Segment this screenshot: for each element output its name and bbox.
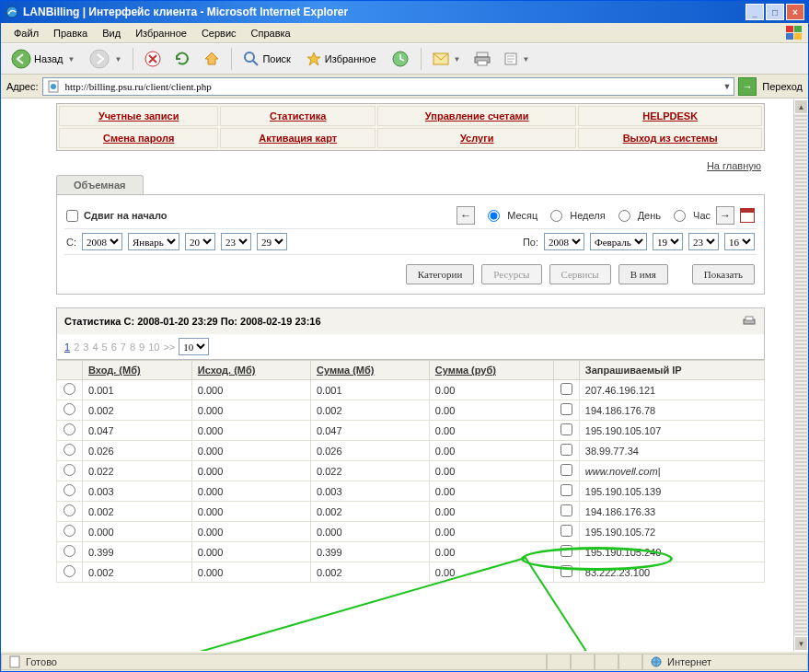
prev-period-button[interactable]: ←: [457, 206, 475, 225]
forward-button[interactable]: ▼: [85, 47, 126, 71]
page-1[interactable]: 1: [64, 342, 70, 353]
to-month-select[interactable]: Февраль: [590, 233, 647, 250]
vertical-scrollbar[interactable]: ▲ ▼: [793, 99, 808, 651]
nav-accounts[interactable]: Учетные записи: [98, 110, 179, 122]
address-dropdown[interactable]: ▼: [722, 82, 731, 91]
col-in[interactable]: Вход. (Мб): [83, 361, 192, 380]
go-label[interactable]: Переход: [762, 81, 803, 92]
page-3[interactable]: 3: [83, 342, 88, 353]
minimize-button[interactable]: _: [745, 4, 764, 20]
row-checkbox[interactable]: [561, 565, 572, 577]
nav-logout[interactable]: Выход из системы: [623, 133, 718, 144]
favorites-button[interactable]: Избранное: [301, 47, 383, 71]
page-7[interactable]: 7: [121, 342, 126, 353]
row-radio[interactable]: [64, 484, 75, 496]
nav-password[interactable]: Смена пароля: [103, 133, 174, 144]
tab-volume[interactable]: Объемная: [56, 175, 144, 194]
page-size-select[interactable]: 10: [179, 338, 209, 355]
mail-button[interactable]: ▼: [428, 47, 466, 71]
nav-activate[interactable]: Активация карт: [259, 133, 337, 144]
from-year-select[interactable]: 2008: [82, 233, 122, 250]
breadcrumb-home[interactable]: На главную: [707, 160, 761, 171]
row-checkbox[interactable]: [561, 423, 572, 435]
nav-services[interactable]: Услуги: [460, 133, 494, 144]
row-radio[interactable]: [64, 423, 75, 435]
period-day-radio[interactable]: [618, 210, 630, 222]
page-10[interactable]: 10: [148, 342, 159, 353]
from-month-select[interactable]: Январь: [128, 233, 179, 250]
row-radio[interactable]: [64, 545, 75, 557]
back-button[interactable]: Назад ▼: [6, 47, 81, 71]
row-radio[interactable]: [64, 504, 75, 516]
from-min-select[interactable]: 29: [257, 233, 287, 250]
to-min-select[interactable]: 16: [724, 233, 755, 250]
show-button[interactable]: Показать: [692, 264, 755, 284]
page-9[interactable]: 9: [139, 342, 144, 353]
menu-file[interactable]: Файл: [6, 26, 46, 41]
to-hour-select[interactable]: 23: [688, 233, 719, 250]
edit-button[interactable]: ▼: [499, 47, 535, 71]
page-next[interactable]: >>: [163, 342, 175, 353]
to-day-select[interactable]: 19: [653, 233, 683, 250]
period-hour-radio[interactable]: [674, 210, 686, 222]
to-year-select[interactable]: 2008: [544, 233, 584, 250]
period-month-radio[interactable]: [488, 210, 500, 222]
go-button[interactable]: →: [738, 77, 757, 96]
row-radio[interactable]: [64, 525, 75, 537]
col-ip[interactable]: Запрашиваемый IP: [579, 361, 764, 380]
col-out[interactable]: Исход. (Мб): [191, 361, 310, 380]
row-checkbox[interactable]: [561, 504, 572, 516]
close-button[interactable]: ×: [786, 4, 804, 20]
by-name-button[interactable]: В имя: [618, 264, 668, 284]
resources-button[interactable]: Ресурсы: [481, 264, 541, 284]
nav-billing[interactable]: Управление счетами: [425, 110, 529, 122]
row-checkbox[interactable]: [561, 525, 572, 537]
refresh-button[interactable]: [169, 47, 195, 71]
from-hour-select[interactable]: 23: [221, 233, 251, 250]
print-button[interactable]: [469, 47, 495, 71]
stop-button[interactable]: [140, 47, 166, 71]
menu-help[interactable]: Справка: [244, 26, 298, 41]
page-5[interactable]: 5: [102, 342, 108, 353]
menu-view[interactable]: Вид: [95, 26, 128, 41]
row-checkbox[interactable]: [561, 484, 572, 496]
page-8[interactable]: 8: [130, 342, 135, 353]
services-button[interactable]: Сервисы: [549, 264, 611, 284]
row-radio[interactable]: [64, 383, 75, 395]
address-input-wrap[interactable]: ▼: [42, 77, 735, 96]
row-checkbox[interactable]: [561, 464, 572, 476]
categories-button[interactable]: Категории: [406, 264, 475, 284]
menu-favorites[interactable]: Избранное: [128, 26, 194, 41]
row-checkbox[interactable]: [561, 403, 572, 415]
scroll-up-button[interactable]: ▲: [794, 99, 808, 114]
from-day-select[interactable]: 20: [185, 233, 215, 250]
next-period-button[interactable]: →: [716, 206, 734, 225]
row-radio[interactable]: [64, 444, 75, 456]
row-checkbox[interactable]: [561, 545, 572, 557]
search-button[interactable]: Поиск: [238, 47, 296, 71]
col-sum-rub[interactable]: Сумма (руб): [429, 361, 553, 380]
nav-helpdesk[interactable]: HELPDESK: [642, 110, 698, 122]
scroll-down-button[interactable]: ▼: [794, 636, 808, 651]
scroll-thumb[interactable]: [795, 115, 807, 635]
menu-edit[interactable]: Правка: [46, 26, 95, 41]
address-input[interactable]: [64, 80, 721, 93]
menu-tools[interactable]: Сервис: [194, 26, 244, 41]
row-checkbox[interactable]: [561, 383, 572, 395]
page-2[interactable]: 2: [74, 342, 79, 353]
history-button[interactable]: [387, 47, 414, 71]
period-week-radio[interactable]: [550, 210, 562, 222]
row-radio[interactable]: [64, 464, 75, 476]
col-sum-mb[interactable]: Сумма (Мб): [310, 361, 429, 380]
row-checkbox[interactable]: [561, 444, 572, 456]
page-6[interactable]: 6: [111, 342, 117, 353]
row-radio[interactable]: [64, 403, 75, 415]
print-icon[interactable]: [742, 314, 757, 329]
restore-button[interactable]: □: [766, 4, 784, 20]
shift-start-checkbox[interactable]: [66, 210, 78, 222]
page-4[interactable]: 4: [92, 342, 98, 353]
calendar-icon[interactable]: [740, 208, 755, 223]
nav-statistics[interactable]: Статистика: [270, 110, 327, 122]
row-radio[interactable]: [64, 565, 75, 577]
home-button[interactable]: [199, 47, 225, 71]
